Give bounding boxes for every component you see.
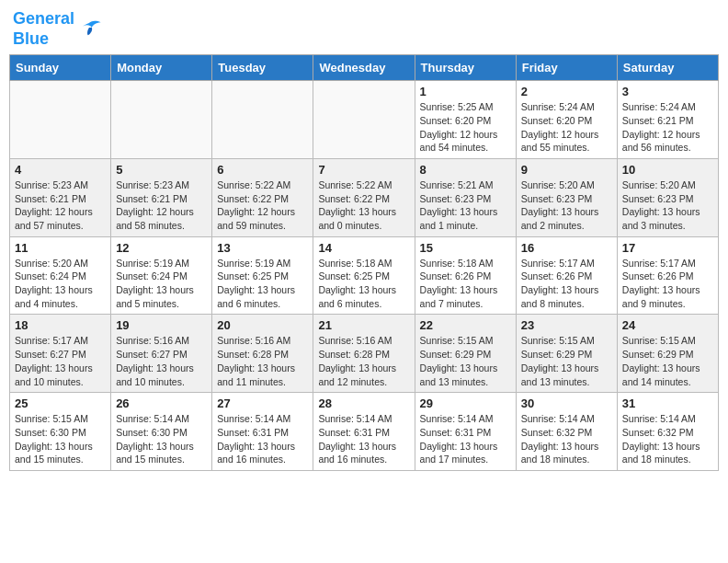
day-info: Sunrise: 5:24 AM Sunset: 6:20 PM Dayligh… — [521, 100, 612, 155]
day-info: Sunrise: 5:16 AM Sunset: 6:27 PM Dayligh… — [116, 334, 207, 388]
day-info: Sunrise: 5:18 AM Sunset: 6:25 PM Dayligh… — [318, 257, 409, 311]
day-number: 6 — [217, 163, 308, 177]
col-header-monday: Monday — [111, 55, 212, 81]
day-info: Sunrise: 5:20 AM Sunset: 6:23 PM Dayligh… — [622, 178, 713, 233]
page-header: General Blue — [9, 9, 719, 49]
calendar-cell: 10Sunrise: 5:20 AM Sunset: 6:23 PM Dayli… — [617, 158, 718, 236]
day-info: Sunrise: 5:21 AM Sunset: 6:23 PM Dayligh… — [420, 178, 511, 233]
day-number: 17 — [622, 241, 713, 255]
day-info: Sunrise: 5:14 AM Sunset: 6:32 PM Dayligh… — [622, 412, 713, 466]
logo-bird-icon — [76, 17, 102, 42]
col-header-thursday: Thursday — [415, 55, 516, 81]
day-info: Sunrise: 5:18 AM Sunset: 6:26 PM Dayligh… — [420, 257, 511, 311]
day-info: Sunrise: 5:25 AM Sunset: 6:20 PM Dayligh… — [420, 100, 511, 155]
day-number: 7 — [318, 163, 409, 177]
day-number: 13 — [217, 241, 308, 255]
day-info: Sunrise: 5:20 AM Sunset: 6:24 PM Dayligh… — [15, 257, 106, 311]
calendar-cell: 4Sunrise: 5:23 AM Sunset: 6:21 PM Daylig… — [10, 158, 111, 236]
calendar-cell: 11Sunrise: 5:20 AM Sunset: 6:24 PM Dayli… — [10, 236, 111, 315]
calendar-cell: 31Sunrise: 5:14 AM Sunset: 6:32 PM Dayli… — [617, 393, 718, 471]
calendar-cell — [313, 81, 415, 159]
day-info: Sunrise: 5:14 AM Sunset: 6:31 PM Dayligh… — [217, 412, 308, 466]
calendar-cell — [111, 81, 212, 159]
calendar-cell: 15Sunrise: 5:18 AM Sunset: 6:26 PM Dayli… — [415, 236, 516, 315]
day-number: 5 — [116, 163, 207, 177]
day-info: Sunrise: 5:16 AM Sunset: 6:28 PM Dayligh… — [217, 334, 308, 388]
calendar-cell: 8Sunrise: 5:21 AM Sunset: 6:23 PM Daylig… — [415, 158, 516, 236]
calendar-cell: 6Sunrise: 5:22 AM Sunset: 6:22 PM Daylig… — [212, 158, 313, 236]
day-number: 27 — [217, 396, 308, 410]
day-info: Sunrise: 5:14 AM Sunset: 6:32 PM Dayligh… — [521, 412, 612, 466]
calendar-cell: 1Sunrise: 5:25 AM Sunset: 6:20 PM Daylig… — [415, 81, 516, 159]
calendar-week-4: 18Sunrise: 5:17 AM Sunset: 6:27 PM Dayli… — [10, 315, 719, 393]
col-header-sunday: Sunday — [10, 55, 111, 81]
calendar-header-row: SundayMondayTuesdayWednesdayThursdayFrid… — [10, 55, 719, 81]
calendar-cell: 5Sunrise: 5:23 AM Sunset: 6:21 PM Daylig… — [111, 158, 212, 236]
logo-general: General — [13, 9, 74, 28]
day-info: Sunrise: 5:19 AM Sunset: 6:25 PM Dayligh… — [217, 257, 308, 311]
day-number: 22 — [420, 318, 511, 332]
calendar-cell: 18Sunrise: 5:17 AM Sunset: 6:27 PM Dayli… — [10, 315, 111, 393]
calendar-cell: 16Sunrise: 5:17 AM Sunset: 6:26 PM Dayli… — [516, 236, 617, 315]
calendar-cell: 26Sunrise: 5:14 AM Sunset: 6:30 PM Dayli… — [111, 393, 212, 471]
calendar-cell: 2Sunrise: 5:24 AM Sunset: 6:20 PM Daylig… — [516, 81, 617, 159]
calendar-cell: 28Sunrise: 5:14 AM Sunset: 6:31 PM Dayli… — [313, 393, 415, 471]
day-number: 24 — [622, 318, 713, 332]
calendar-week-5: 25Sunrise: 5:15 AM Sunset: 6:30 PM Dayli… — [10, 393, 719, 471]
day-number: 20 — [217, 318, 308, 332]
day-number: 2 — [521, 85, 612, 98]
day-number: 31 — [622, 396, 713, 410]
calendar-cell: 21Sunrise: 5:16 AM Sunset: 6:28 PM Dayli… — [313, 315, 415, 393]
calendar-cell: 30Sunrise: 5:14 AM Sunset: 6:32 PM Dayli… — [516, 393, 617, 471]
col-header-friday: Friday — [516, 55, 617, 81]
day-info: Sunrise: 5:14 AM Sunset: 6:31 PM Dayligh… — [318, 412, 409, 466]
day-number: 30 — [521, 396, 612, 410]
day-number: 28 — [318, 396, 409, 410]
day-number: 3 — [622, 85, 713, 98]
calendar-cell: 13Sunrise: 5:19 AM Sunset: 6:25 PM Dayli… — [212, 236, 313, 315]
calendar-cell — [212, 81, 313, 159]
col-header-wednesday: Wednesday — [313, 55, 415, 81]
day-number: 18 — [15, 318, 106, 332]
day-info: Sunrise: 5:23 AM Sunset: 6:21 PM Dayligh… — [116, 178, 207, 233]
day-number: 29 — [420, 396, 511, 410]
calendar-cell: 17Sunrise: 5:17 AM Sunset: 6:26 PM Dayli… — [617, 236, 718, 315]
calendar-cell: 24Sunrise: 5:15 AM Sunset: 6:29 PM Dayli… — [617, 315, 718, 393]
logo: General Blue — [13, 9, 102, 49]
calendar-week-2: 4Sunrise: 5:23 AM Sunset: 6:21 PM Daylig… — [10, 158, 719, 236]
day-number: 1 — [420, 85, 511, 98]
day-number: 19 — [116, 318, 207, 332]
day-info: Sunrise: 5:20 AM Sunset: 6:23 PM Dayligh… — [521, 178, 612, 233]
day-number: 10 — [622, 163, 713, 177]
calendar-week-3: 11Sunrise: 5:20 AM Sunset: 6:24 PM Dayli… — [10, 236, 719, 315]
calendar-cell: 7Sunrise: 5:22 AM Sunset: 6:22 PM Daylig… — [313, 158, 415, 236]
col-header-tuesday: Tuesday — [212, 55, 313, 81]
calendar-cell — [10, 81, 111, 159]
calendar-cell: 27Sunrise: 5:14 AM Sunset: 6:31 PM Dayli… — [212, 393, 313, 471]
day-info: Sunrise: 5:17 AM Sunset: 6:26 PM Dayligh… — [521, 257, 612, 311]
day-number: 9 — [521, 163, 612, 177]
day-info: Sunrise: 5:14 AM Sunset: 6:30 PM Dayligh… — [116, 412, 207, 466]
day-info: Sunrise: 5:22 AM Sunset: 6:22 PM Dayligh… — [217, 178, 308, 233]
calendar-cell: 20Sunrise: 5:16 AM Sunset: 6:28 PM Dayli… — [212, 315, 313, 393]
day-info: Sunrise: 5:17 AM Sunset: 6:27 PM Dayligh… — [15, 334, 106, 388]
day-number: 4 — [15, 163, 106, 177]
day-number: 23 — [521, 318, 612, 332]
day-number: 21 — [318, 318, 409, 332]
calendar-cell: 12Sunrise: 5:19 AM Sunset: 6:24 PM Dayli… — [111, 236, 212, 315]
day-info: Sunrise: 5:19 AM Sunset: 6:24 PM Dayligh… — [116, 257, 207, 311]
calendar-cell: 14Sunrise: 5:18 AM Sunset: 6:25 PM Dayli… — [313, 236, 415, 315]
day-info: Sunrise: 5:15 AM Sunset: 6:29 PM Dayligh… — [420, 334, 511, 388]
col-header-saturday: Saturday — [617, 55, 718, 81]
day-number: 14 — [318, 241, 409, 255]
calendar-cell: 25Sunrise: 5:15 AM Sunset: 6:30 PM Dayli… — [10, 393, 111, 471]
day-info: Sunrise: 5:14 AM Sunset: 6:31 PM Dayligh… — [420, 412, 511, 466]
day-info: Sunrise: 5:15 AM Sunset: 6:29 PM Dayligh… — [521, 334, 612, 388]
day-number: 12 — [116, 241, 207, 255]
day-info: Sunrise: 5:24 AM Sunset: 6:21 PM Dayligh… — [622, 100, 713, 155]
calendar-cell: 19Sunrise: 5:16 AM Sunset: 6:27 PM Dayli… — [111, 315, 212, 393]
calendar-cell: 22Sunrise: 5:15 AM Sunset: 6:29 PM Dayli… — [415, 315, 516, 393]
day-info: Sunrise: 5:15 AM Sunset: 6:30 PM Dayligh… — [15, 412, 106, 466]
calendar-cell: 3Sunrise: 5:24 AM Sunset: 6:21 PM Daylig… — [617, 81, 718, 159]
day-number: 15 — [420, 241, 511, 255]
